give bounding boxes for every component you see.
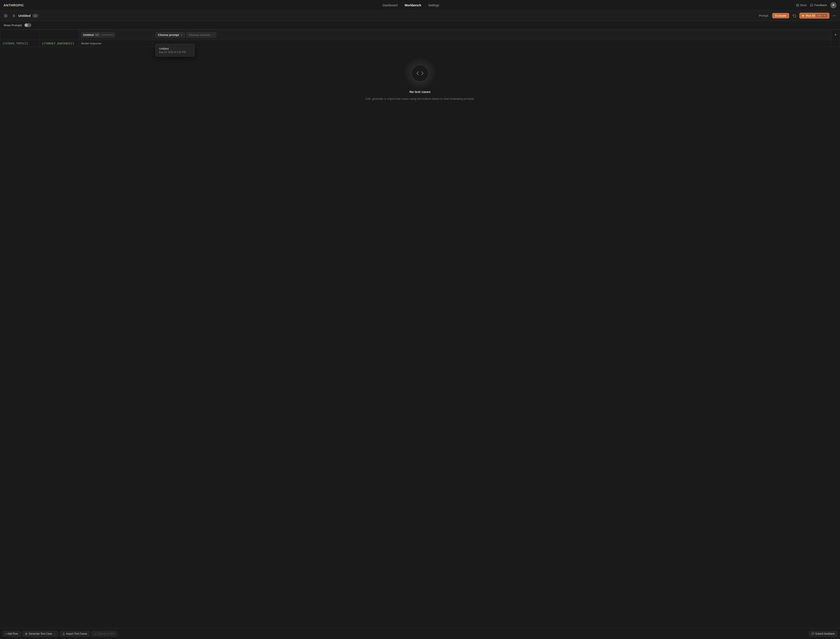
project-title: Untitled [18,14,30,17]
submit-feedback-label: Submit feedback [815,632,835,635]
add-row-label: + Add Row [5,632,18,635]
ellipsis-icon [832,14,836,17]
show-prompts-toggle[interactable] [24,23,31,27]
col-header-1 [0,30,39,40]
toggle-thumb [25,24,28,27]
main-content: Untitled v1 Prompt Evaluate Run All Ctrl… [0,11,840,639]
toolbar-tabs: Prompt Evaluate [756,13,789,18]
table-row: {{VIDEO_TOPIC}} {{TARGET_AUDIENCE}} Mode… [0,40,840,47]
prompt-dash: - [100,33,101,37]
nav-right: Docs Feedback P [796,2,837,8]
export-icon [94,633,97,635]
top-navigation: ANTHROPIC Dashboard Workbench Settings D… [0,0,840,11]
choose-version-button[interactable]: Choose version [186,32,216,38]
choose-version-label: Choose version [189,33,210,37]
cell-model-response: Model response [79,40,153,47]
tab-prompt[interactable]: Prompt [756,13,771,18]
empty-state-title: No test cases [409,90,431,94]
tab-evaluate[interactable]: Evaluate [772,13,789,18]
prompt-bar-line [102,35,113,35]
version-badge: v1 [32,14,38,17]
col-header-2 [40,30,79,40]
chevron-down-icon [180,33,183,36]
add-column-button[interactable]: + [832,33,839,37]
run-all-label: Run All [806,14,815,17]
table-area: Untitled v1 - Choose prompt [0,30,840,628]
import-icon [62,633,65,635]
import-test-button[interactable]: Import Test Cases [60,631,90,637]
svg-marker-2 [803,15,804,17]
user-avatar[interactable]: P [830,2,837,8]
list-button[interactable] [11,13,17,18]
import-label: Import Test Cases [66,632,87,635]
generate-test-button[interactable]: Generate Test Case [22,631,58,637]
toolbar-right: Run All Ctrl + ↵ [791,13,837,19]
add-item-button[interactable] [3,13,9,18]
empty-state-subtitle: Add, generate or import test cases using… [365,97,474,100]
nav-links: Dashboard Workbench Settings [31,3,791,8]
feedback-link[interactable]: Feedback [810,3,827,7]
submit-feedback-button[interactable]: Submit feedback [809,631,837,637]
choose-prompt-label: Choose prompt [158,33,179,37]
sparkle-icon [25,633,27,635]
docs-link[interactable]: Docs [796,3,807,7]
nav-dashboard[interactable]: Dashboard [380,3,400,8]
run-all-shortcut: Ctrl + ↵ [816,14,827,17]
add-col-header: + [831,30,840,40]
nav-settings[interactable]: Settings [425,3,442,8]
toolbar-left: Untitled v1 [3,13,754,18]
feedback-icon [810,4,813,7]
prompt-select-name: Untitled [83,33,94,37]
docs-icon [796,4,799,7]
chevron-down-gen-icon [53,633,55,635]
col-header-choose: Choose prompt Choose version [153,30,831,40]
nav-workbench[interactable]: Workbench [402,3,424,8]
empty-state-icon [411,65,429,82]
svg-point-3 [833,15,834,16]
show-prompts-bar: Show Prompts [0,21,840,30]
plus-icon [4,14,8,17]
feedback-label: Feedback [815,3,827,7]
svg-point-5 [835,15,835,16]
history-icon [793,14,796,17]
prompt-version-badge: v1 [94,33,99,36]
chevron-down-version-icon [211,33,214,36]
svg-point-4 [834,15,835,16]
dropdown-item-title: Untitled [159,47,191,50]
feedback-bottom-icon [811,633,814,635]
logo: ANTHROPIC [3,3,24,7]
bottom-right: Submit feedback [809,631,837,637]
add-row-button[interactable]: + Add Row [3,631,21,637]
choose-prompt-dropdown: Untitled Aug 19, 2024 at 5:25 PM [155,44,195,57]
docs-label: Docs [800,3,807,7]
choose-prompt-button[interactable]: Choose prompt [156,32,185,38]
cell-video-topic[interactable]: {{VIDEO_TOPIC}} [0,40,39,47]
empty-state: No test cases Add, generate or import te… [0,47,840,109]
dropdown-item-untitled[interactable]: Untitled Aug 19, 2024 at 5:25 PM [157,45,193,55]
more-options-button[interactable] [831,13,837,18]
col-header-prompt: Untitled v1 - [79,30,153,40]
play-icon [802,14,805,17]
show-prompts-label: Show Prompts [3,24,22,27]
eval-table: Untitled v1 - Choose prompt [0,30,840,47]
run-all-button[interactable]: Run All Ctrl + ↵ [799,13,829,19]
cell-target-audience[interactable]: {{TARGET_AUDIENCE}} [40,40,79,47]
bottom-bar: + Add Row Generate Test Case Import Test… [0,628,840,639]
code-icon [417,71,423,76]
prompt-select[interactable]: Untitled v1 - [81,32,115,38]
history-button[interactable] [791,13,797,18]
export-label: Export to CSV [98,632,115,635]
list-icon [12,14,15,17]
generate-test-label: Generate Test Case [29,632,52,635]
export-csv-button[interactable]: Export to CSV [91,631,117,637]
dropdown-item-date: Aug 19, 2024 at 5:25 PM [159,51,191,53]
cell-choose-response [153,40,831,43]
toolbar: Untitled v1 Prompt Evaluate Run All Ctrl… [0,11,840,21]
